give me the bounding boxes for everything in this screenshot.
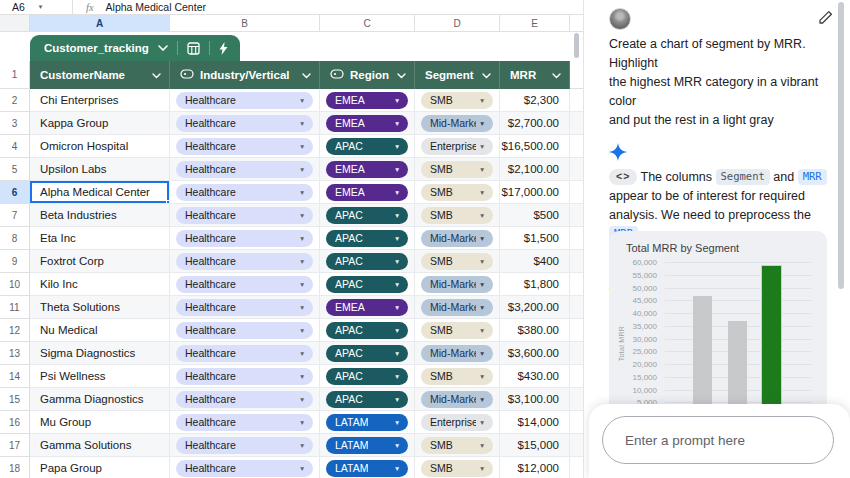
- dropdown-caret-icon[interactable]: ▾: [296, 211, 304, 220]
- dropdown-caret-icon[interactable]: ▾: [391, 464, 399, 473]
- cell-customer-name[interactable]: Kilo Inc: [30, 273, 170, 296]
- segment-pill[interactable]: SMB▾: [421, 207, 493, 224]
- segment-pill[interactable]: Enterprise▾: [421, 138, 493, 155]
- cell-customer-name[interactable]: Mu Group: [30, 411, 170, 434]
- cell-industry[interactable]: Healthcare▾: [170, 227, 320, 250]
- cell-segment[interactable]: SMB▾: [415, 434, 500, 457]
- industry-pill[interactable]: Healthcare▾: [176, 184, 313, 201]
- row-number-7[interactable]: 7: [0, 204, 30, 227]
- industry-pill[interactable]: Healthcare▾: [176, 345, 313, 362]
- segment-pill[interactable]: SMB▾: [421, 437, 493, 454]
- dropdown-caret-icon[interactable]: ▾: [391, 211, 399, 220]
- cell-customer-name[interactable]: Psi Wellness: [30, 365, 170, 388]
- region-pill[interactable]: LATAM▾: [326, 460, 408, 477]
- cell-industry[interactable]: Healthcare▾: [170, 457, 320, 478]
- cell-region[interactable]: APAC▾: [320, 204, 415, 227]
- dropdown-caret-icon[interactable]: ▾: [476, 165, 484, 174]
- row-number-12[interactable]: 12: [0, 319, 30, 342]
- data-table-icon[interactable]: [187, 42, 200, 55]
- dropdown-caret-icon[interactable]: ▾: [391, 418, 399, 427]
- cell-mrr[interactable]: $15,000: [500, 434, 570, 457]
- cell-region[interactable]: APAC▾: [320, 388, 415, 411]
- industry-pill[interactable]: Healthcare▾: [176, 253, 313, 270]
- cell-industry[interactable]: Healthcare▾: [170, 135, 320, 158]
- cell-mrr[interactable]: $2,100.00: [500, 158, 570, 181]
- dropdown-caret-icon[interactable]: ▾: [296, 188, 304, 197]
- segment-pill[interactable]: SMB▾: [421, 322, 493, 339]
- cell-mrr[interactable]: $430.00: [500, 365, 570, 388]
- region-pill[interactable]: EMEA▾: [326, 161, 408, 178]
- cell-region[interactable]: EMEA▾: [320, 181, 415, 204]
- industry-pill[interactable]: Healthcare▾: [176, 276, 313, 293]
- dropdown-caret-icon[interactable]: ▾: [476, 234, 484, 243]
- region-pill[interactable]: APAC▾: [326, 345, 408, 362]
- cell-industry[interactable]: Healthcare▾: [170, 204, 320, 227]
- region-pill[interactable]: APAC▾: [326, 276, 408, 293]
- industry-pill[interactable]: Healthcare▾: [176, 299, 313, 316]
- cell-customer-name[interactable]: Chi Enterprises: [30, 89, 170, 112]
- cell-segment[interactable]: SMB▾: [415, 250, 500, 273]
- region-pill[interactable]: APAC▾: [326, 138, 408, 155]
- cell-region[interactable]: EMEA▾: [320, 89, 415, 112]
- dropdown-caret-icon[interactable]: ▾: [391, 96, 399, 105]
- sheet-vertical-scrollbar[interactable]: [574, 33, 579, 58]
- cell-mrr[interactable]: $3,100.00: [500, 388, 570, 411]
- cell-customer-name[interactable]: Nu Medical: [30, 319, 170, 342]
- header-cell-industry-vertical[interactable]: Industry/Vertical: [170, 61, 320, 89]
- column-letter-B[interactable]: B: [170, 15, 320, 31]
- cell-customer-name[interactable]: Gamma Diagnostics: [30, 388, 170, 411]
- cell-segment[interactable]: Mid-Market▾: [415, 296, 500, 319]
- cell-segment[interactable]: Enterprise▾: [415, 135, 500, 158]
- region-pill[interactable]: APAC▾: [326, 253, 408, 270]
- cell-customer-name[interactable]: Alpha Medical Center: [30, 181, 170, 204]
- column-letter-E[interactable]: E: [500, 15, 570, 31]
- region-pill[interactable]: EMEA▾: [326, 299, 408, 316]
- industry-pill[interactable]: Healthcare▾: [176, 414, 313, 431]
- row-number-5[interactable]: 5: [0, 158, 30, 181]
- name-box[interactable]: A6 ▾: [0, 1, 62, 13]
- cell-segment[interactable]: SMB▾: [415, 319, 500, 342]
- industry-pill[interactable]: Healthcare▾: [176, 138, 313, 155]
- segment-pill[interactable]: SMB▾: [421, 92, 493, 109]
- industry-pill[interactable]: Healthcare▾: [176, 230, 313, 247]
- dropdown-caret-icon[interactable]: ▾: [391, 372, 399, 381]
- dropdown-caret-icon[interactable]: ▾: [476, 188, 484, 197]
- cell-industry[interactable]: Healthcare▾: [170, 112, 320, 135]
- dropdown-caret-icon[interactable]: ▾: [296, 349, 304, 358]
- region-pill[interactable]: LATAM▾: [326, 437, 408, 454]
- dropdown-caret-icon[interactable]: ▾: [476, 96, 484, 105]
- dropdown-caret-icon[interactable]: ▾: [296, 372, 304, 381]
- dropdown-caret-icon[interactable]: ▾: [296, 280, 304, 289]
- cell-region[interactable]: APAC▾: [320, 135, 415, 158]
- cell-mrr[interactable]: $14,000: [500, 411, 570, 434]
- region-pill[interactable]: EMEA▾: [326, 115, 408, 132]
- cell-region[interactable]: APAC▾: [320, 342, 415, 365]
- cell-industry[interactable]: Healthcare▾: [170, 89, 320, 112]
- row-number-18[interactable]: 18: [0, 457, 30, 478]
- dropdown-caret-icon[interactable]: ▾: [391, 234, 399, 243]
- row-number-11[interactable]: 11: [0, 296, 30, 319]
- cell-mrr[interactable]: $1,500: [500, 227, 570, 250]
- cell-region[interactable]: LATAM▾: [320, 434, 415, 457]
- cell-industry[interactable]: Healthcare▾: [170, 434, 320, 457]
- industry-pill[interactable]: Healthcare▾: [176, 368, 313, 385]
- dropdown-caret-icon[interactable]: ▾: [391, 326, 399, 335]
- row-number-16[interactable]: 16: [0, 411, 30, 434]
- sheet-tab-customer-tracking[interactable]: Customer_tracking: [30, 35, 240, 61]
- dropdown-caret-icon[interactable]: ▾: [476, 464, 484, 473]
- cell-segment[interactable]: Mid-Market▾: [415, 273, 500, 296]
- dropdown-caret-icon[interactable]: ▾: [391, 395, 399, 404]
- cell-customer-name[interactable]: Papa Group: [30, 457, 170, 478]
- dropdown-caret-icon[interactable]: ▾: [476, 418, 484, 427]
- cell-mrr[interactable]: $3,600.00: [500, 342, 570, 365]
- cell-region[interactable]: EMEA▾: [320, 158, 415, 181]
- dropdown-caret-icon[interactable]: ▾: [476, 349, 484, 358]
- cell-segment[interactable]: Enterprise▾: [415, 411, 500, 434]
- industry-pill[interactable]: Healthcare▾: [176, 460, 313, 477]
- cell-region[interactable]: EMEA▾: [320, 112, 415, 135]
- cell-mrr[interactable]: $1,800: [500, 273, 570, 296]
- header-sort-caret-icon[interactable]: [482, 69, 491, 81]
- region-pill[interactable]: LATAM▾: [326, 414, 408, 431]
- row-number-15[interactable]: 15: [0, 388, 30, 411]
- dropdown-caret-icon[interactable]: ▾: [391, 142, 399, 151]
